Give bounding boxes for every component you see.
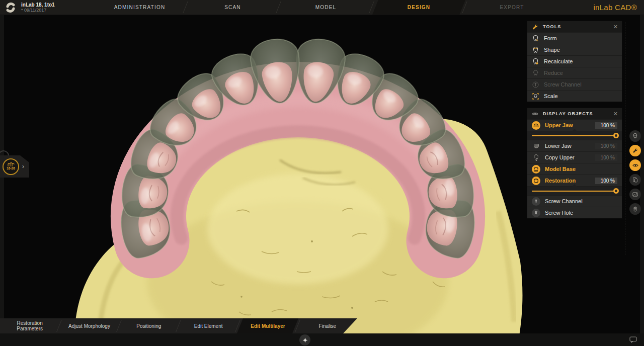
screw-hole-icon [532, 209, 540, 217]
screw-channel-icon [532, 197, 540, 206]
hand-icon [632, 206, 638, 212]
sirona-logo-icon [5, 2, 17, 14]
tool-item-screw-channel[interactable]: Screw Channel [527, 78, 622, 90]
display-item-screw-channel[interactable]: Screw Channel [527, 195, 622, 207]
step-positioning[interactable]: Positioning [119, 318, 179, 333]
shape-tool-icon [532, 46, 539, 54]
model-base-icon [532, 165, 540, 174]
tools-panel-title: TOOLS [543, 24, 561, 29]
top-navigation-bar: inLab 18, 1to1 * 09/11/2017 ADMINISTRATI… [0, 0, 644, 15]
application-window: inLab 18, 1to1 * 09/11/2017 ADMINISTRATI… [0, 0, 644, 346]
copy-upper-opacity-value[interactable]: 100 % [595, 154, 617, 161]
lower-jaw-icon [532, 142, 540, 150]
slider-knob[interactable] [613, 133, 619, 138]
status-bar [0, 333, 644, 346]
project-name: inLab 18, 1to1 [21, 2, 55, 8]
display-item-copy-upper[interactable]: Copy Upper 100 % [527, 151, 622, 163]
tool-item-reduce[interactable]: Reduce [527, 67, 622, 78]
view-navigation-button[interactable] [299, 334, 310, 345]
tool-item-shape[interactable]: Shape [527, 44, 622, 55]
screw-channel-tool-icon [532, 81, 539, 89]
reduce-tool-icon [532, 69, 539, 77]
analysis-tooth-button[interactable] [629, 130, 641, 142]
tooth-icon [632, 133, 638, 139]
project-date: * 09/11/2017 [21, 8, 55, 13]
upper-jaw-opacity-value[interactable]: 100 % [595, 122, 617, 129]
display-item-screw-hole[interactable]: Screw Hole [527, 207, 622, 218]
upper-jaw-opacity-slider[interactable] [527, 131, 622, 140]
tooth-range-label: 16-26 [7, 167, 15, 170]
scale-tool-icon [532, 93, 539, 100]
tab-administration[interactable]: ADMINISTRATION [93, 0, 186, 15]
close-icon[interactable]: ✕ [613, 111, 618, 117]
image-export-icon [632, 191, 638, 198]
display-panel-header: DISPLAY OBJECTS ✕ [527, 108, 622, 119]
step-edit-multilayer[interactable]: Edit Multilayer [238, 318, 297, 333]
display-item-lower-jaw[interactable]: Lower Jaw 100 % [527, 140, 622, 151]
design-step-bar: Restoration Parameters Adjust Morphology… [0, 318, 357, 333]
wrench-icon [531, 23, 539, 31]
step-adjust-morphology[interactable]: Adjust Morphology [59, 318, 119, 333]
clipboard-copy-icon [632, 177, 638, 183]
phase-tabs: ADMINISTRATION SCAN MODEL DESIGN EXPORT [93, 0, 558, 15]
side-toolbar [629, 130, 641, 215]
recalculate-tool-icon [532, 58, 539, 65]
display-panel-title: DISPLAY OBJECTS [543, 111, 593, 116]
wrench-icon [632, 147, 638, 154]
tooth-range-badge: 16-26 [3, 158, 19, 175]
display-objects-panel: DISPLAY OBJECTS ✕ Upper Jaw 100 % Lower … [527, 108, 622, 218]
navigation-cursor-icon [302, 337, 308, 343]
chevron-right-icon[interactable]: › [22, 163, 24, 170]
slider-knob[interactable] [613, 188, 619, 194]
clipboard-button[interactable] [629, 174, 641, 186]
tab-export[interactable]: EXPORT [465, 0, 558, 15]
eye-icon [632, 162, 639, 169]
tab-scan[interactable]: SCAN [186, 0, 279, 15]
restoration-opacity-slider[interactable] [527, 186, 622, 195]
restoration-opacity-value[interactable]: 100 % [595, 178, 617, 184]
tools-panel-header: TOOLS ✕ [527, 21, 622, 32]
tool-item-scale[interactable]: Scale [527, 90, 622, 102]
app-brand: inLab CAD® [593, 3, 637, 12]
lower-jaw-opacity-value[interactable]: 100 % [595, 143, 617, 149]
touch-gestures-button[interactable] [629, 203, 641, 215]
tools-dock-button[interactable] [629, 145, 641, 156]
comment-bubble-icon[interactable] [629, 336, 637, 343]
upper-jaw-icon [532, 121, 540, 130]
screenshot-button[interactable] [629, 189, 641, 200]
close-icon[interactable]: ✕ [613, 24, 618, 30]
step-edit-element[interactable]: Edit Element [179, 318, 238, 333]
tab-design[interactable]: DESIGN [372, 0, 465, 15]
tools-panel: TOOLS ✕ Form Shape Recalculate [527, 21, 622, 102]
eye-icon [531, 110, 539, 118]
logo-block: inLab 18, 1to1 * 09/11/2017 [0, 0, 93, 15]
copy-upper-icon [532, 153, 540, 162]
step-restoration-parameters[interactable]: Restoration Parameters [0, 318, 59, 333]
display-objects-dock-button[interactable] [629, 159, 641, 171]
tool-item-form[interactable]: Form [527, 32, 622, 44]
form-tool-icon [532, 35, 539, 42]
tab-model[interactable]: MODEL [279, 0, 372, 15]
restoration-icon [532, 177, 540, 185]
display-item-model-base[interactable]: Model Base [527, 163, 622, 175]
tool-item-recalculate[interactable]: Recalculate [527, 55, 622, 67]
